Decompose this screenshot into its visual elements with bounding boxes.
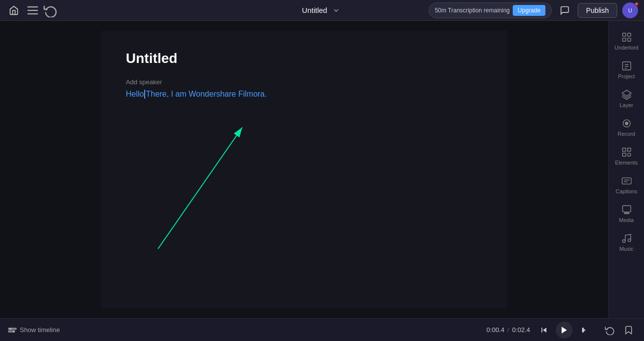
document-title: Untitled xyxy=(126,51,483,66)
playback-controls xyxy=(536,322,592,339)
total-time: 0:02.4 xyxy=(512,326,530,334)
canvas-area: Untitled Add speaker Hello There, I am W… xyxy=(0,21,608,318)
project-label: Project xyxy=(618,73,635,79)
svg-point-27 xyxy=(628,239,631,242)
svg-rect-6 xyxy=(627,33,630,36)
underlord-icon xyxy=(621,32,632,43)
arrow-annotation xyxy=(101,31,507,308)
time-separator: / xyxy=(507,326,509,334)
svg-rect-17 xyxy=(627,148,630,151)
transcription-badge: 50m Transcription remaining Upgrade xyxy=(429,2,552,18)
underlord-label: Underlord xyxy=(614,45,638,51)
menu-button[interactable] xyxy=(26,3,40,17)
svg-rect-18 xyxy=(622,153,625,156)
main-area: Write Untitled Add speaker Hello There, … xyxy=(0,21,644,318)
upgrade-button[interactable]: Upgrade xyxy=(513,5,545,16)
undo-button[interactable] xyxy=(44,3,57,17)
sidebar-item-media[interactable]: Media xyxy=(609,199,644,228)
svg-rect-8 xyxy=(627,38,630,41)
record-icon xyxy=(621,118,632,129)
svg-rect-23 xyxy=(622,206,631,212)
publish-button[interactable]: Publish xyxy=(578,3,617,18)
svg-point-31 xyxy=(13,331,15,332)
bottom-bar: Show timeline 0:00.4 / 0:02.4 xyxy=(0,318,644,341)
svg-rect-16 xyxy=(622,148,625,151)
comments-button[interactable] xyxy=(557,2,573,18)
add-speaker-button[interactable]: Add speaker xyxy=(126,78,483,86)
sidebar-item-captions[interactable]: Captions xyxy=(609,170,644,199)
topbar-center: Untitled xyxy=(302,4,342,16)
topbar-right: 50m Transcription remaining Upgrade Publ… xyxy=(429,2,638,18)
svg-rect-20 xyxy=(622,178,631,184)
sidebar-item-music[interactable]: Music xyxy=(609,228,644,257)
svg-marker-32 xyxy=(562,327,567,334)
svg-point-15 xyxy=(625,122,628,125)
topbar-left xyxy=(6,2,57,18)
timeline-icon xyxy=(8,326,17,335)
svg-rect-7 xyxy=(622,38,625,41)
text-cursor xyxy=(144,90,145,99)
skip-forward-button[interactable] xyxy=(577,322,592,338)
record-label: Record xyxy=(618,131,635,137)
sidebar-item-project[interactable]: Project xyxy=(609,56,644,84)
svg-rect-24 xyxy=(624,213,629,214)
sidebar-item-record[interactable]: Record xyxy=(609,113,644,142)
skip-back-button[interactable] xyxy=(536,322,552,338)
elements-icon xyxy=(621,147,632,158)
document-text-line: Hello There, I am Wondershare Filmora. xyxy=(126,90,483,99)
transcription-text: 50m Transcription remaining xyxy=(435,7,510,14)
music-label: Music xyxy=(619,246,634,252)
current-time: 0:00.4 xyxy=(486,326,504,334)
project-title: Untitled xyxy=(302,6,327,14)
svg-line-4 xyxy=(158,127,242,249)
time-display: 0:00.4 / 0:02.4 xyxy=(486,326,530,334)
captions-label: Captions xyxy=(616,188,637,194)
svg-point-30 xyxy=(10,328,11,329)
svg-rect-5 xyxy=(622,33,625,36)
text-after-cursor: There, I am Wondershare Filmora. xyxy=(146,90,267,99)
title-dropdown-button[interactable] xyxy=(330,4,342,16)
user-avatar[interactable]: U xyxy=(622,2,638,18)
media-icon xyxy=(621,204,632,215)
sidebar-item-underlord[interactable]: Underlord xyxy=(609,27,644,56)
show-timeline-label: Show timeline xyxy=(20,326,60,334)
topbar: Untitled 50m Transcription remaining Upg… xyxy=(0,0,644,21)
show-timeline-button[interactable]: Show timeline xyxy=(8,326,60,335)
right-sidebar: Underlord Project Layer xyxy=(608,21,644,318)
sidebar-item-layer[interactable]: Layer xyxy=(609,84,644,113)
play-button[interactable] xyxy=(556,322,573,339)
svg-point-19 xyxy=(627,153,630,156)
project-icon xyxy=(621,60,632,71)
music-icon xyxy=(621,233,632,244)
svg-point-26 xyxy=(622,240,625,243)
layer-label: Layer xyxy=(620,102,634,108)
elements-label: Elements xyxy=(615,160,638,166)
svg-rect-9 xyxy=(622,62,631,70)
notification-dot xyxy=(635,2,639,6)
extra-controls xyxy=(602,323,636,338)
home-button[interactable] xyxy=(6,2,22,18)
sidebar-item-elements[interactable]: Elements xyxy=(609,142,644,170)
layer-icon xyxy=(621,89,632,100)
text-before-cursor: Hello xyxy=(126,90,144,99)
bookmark-button[interactable] xyxy=(621,323,636,338)
document-canvas: Untitled Add speaker Hello There, I am W… xyxy=(101,31,507,308)
media-label: Media xyxy=(619,217,634,223)
rewind-button[interactable] xyxy=(602,323,617,338)
svg-marker-13 xyxy=(622,90,631,96)
captions-icon xyxy=(621,175,632,186)
